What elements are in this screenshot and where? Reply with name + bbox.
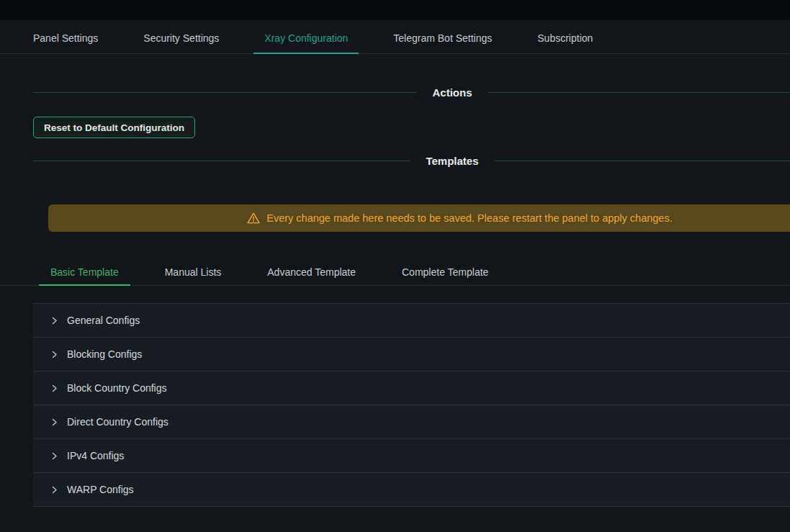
tab-xray-configuration[interactable]: Xray Configuration <box>253 24 359 53</box>
config-accordion: General Configs Blocking Configs Block C… <box>33 303 790 507</box>
accordion-item-label: IPv4 Configs <box>67 450 124 461</box>
tab-panel-settings[interactable]: Panel Settings <box>22 24 109 53</box>
reset-to-default-button[interactable]: Reset to Default Configuration <box>33 117 195 138</box>
templates-divider: Templates <box>33 154 790 167</box>
window-top-bar <box>0 0 790 20</box>
actions-button-row: Reset to Default Configuration <box>33 117 790 138</box>
actions-section-title: Actions <box>417 86 488 99</box>
tab-security-settings[interactable]: Security Settings <box>133 24 230 53</box>
chevron-right-icon <box>50 452 58 460</box>
accordion-item-blocking-configs[interactable]: Blocking Configs <box>33 338 790 371</box>
chevron-right-icon <box>50 486 58 494</box>
tab-advanced-template[interactable]: Advanced Template <box>256 258 367 285</box>
accordion-item-block-country-configs[interactable]: Block Country Configs <box>33 371 790 405</box>
actions-divider: Actions <box>33 86 790 99</box>
accordion-item-general-configs[interactable]: General Configs <box>33 304 790 338</box>
accordion-item-direct-country-configs[interactable]: Direct Country Configs <box>33 405 790 439</box>
template-tabs: Basic Template Manual Lists Advanced Tem… <box>0 258 790 286</box>
accordion-item-label: General Configs <box>67 315 140 326</box>
warning-message: Every change made here needs to be saved… <box>266 212 672 224</box>
accordion-item-label: Block Country Configs <box>67 382 167 394</box>
restart-warning-banner: Every change made here needs to be saved… <box>48 204 790 232</box>
chevron-right-icon <box>50 384 58 392</box>
accordion-item-ipv4-configs[interactable]: IPv4 Configs <box>33 439 790 473</box>
tab-manual-lists[interactable]: Manual Lists <box>153 258 233 285</box>
chevron-right-icon <box>50 418 58 426</box>
templates-section-title: Templates <box>410 155 494 167</box>
accordion-item-label: Direct Country Configs <box>67 416 169 428</box>
accordion-item-label: Blocking Configs <box>67 348 142 360</box>
chevron-right-icon <box>50 317 58 325</box>
chevron-right-icon <box>50 351 58 359</box>
tab-basic-template[interactable]: Basic Template <box>39 258 130 285</box>
settings-tabs: Panel Settings Security Settings Xray Co… <box>0 24 790 54</box>
tab-telegram-bot-settings[interactable]: Telegram Bot Settings <box>382 24 503 53</box>
tab-complete-template[interactable]: Complete Template <box>390 258 500 285</box>
tab-subscription[interactable]: Subscription <box>526 24 603 53</box>
accordion-item-label: WARP Configs <box>67 484 134 495</box>
accordion-item-warp-configs[interactable]: WARP Configs <box>33 473 790 507</box>
warning-triangle-icon <box>247 212 260 224</box>
